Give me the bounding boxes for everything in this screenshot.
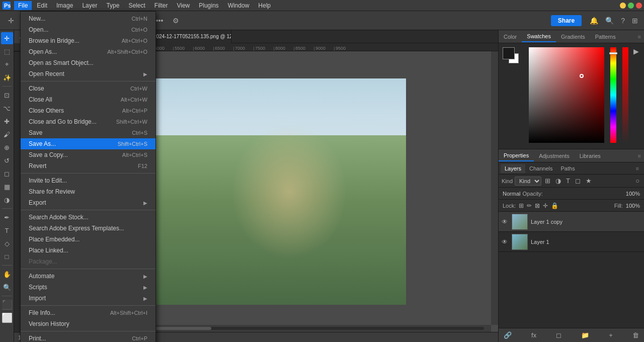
tab-libraries[interactable]: Libraries bbox=[575, 151, 606, 161]
fg-bg-colors[interactable] bbox=[503, 47, 521, 65]
menu-item-edit[interactable]: Edit bbox=[33, 1, 51, 10]
tab-layers[interactable]: Layers bbox=[501, 164, 525, 173]
menu-file-info[interactable]: File Info... Alt+Shift+Ctrl+I bbox=[21, 307, 155, 318]
tab-adjustments[interactable]: Adjustments bbox=[534, 151, 575, 161]
layer-eye-base[interactable]: 👁 bbox=[502, 238, 509, 245]
link-layers-btn[interactable]: 🔗 bbox=[502, 330, 514, 340]
menu-item-file[interactable]: File bbox=[14, 1, 32, 10]
color-field-cursor[interactable] bbox=[580, 74, 584, 78]
help-icon[interactable]: ? bbox=[619, 16, 627, 26]
menu-close-all[interactable]: Close All Alt+Ctrl+W bbox=[21, 94, 155, 105]
menu-close-others[interactable]: Close Others Alt+Ctrl+P bbox=[21, 105, 155, 116]
menu-save-as[interactable]: Save As... Shift+Ctrl+S bbox=[21, 138, 155, 149]
tab-color[interactable]: Color bbox=[499, 32, 522, 42]
menu-browse-bridge[interactable]: Browse in Bridge... Alt+Ctrl+O bbox=[21, 35, 155, 46]
hue-slider[interactable] bbox=[610, 47, 616, 143]
healing-tool[interactable]: ✚ bbox=[1, 115, 13, 127]
kind-select[interactable]: Kind bbox=[515, 177, 541, 186]
foreground-color-swatch[interactable] bbox=[503, 47, 515, 59]
layer-style-btn[interactable]: fx bbox=[529, 330, 538, 340]
tab-patterns[interactable]: Patterns bbox=[590, 32, 621, 42]
menu-automate[interactable]: Automate ▶ bbox=[21, 271, 155, 282]
pen-tool[interactable]: ✒ bbox=[1, 211, 13, 223]
crop-tool[interactable]: ⊡ bbox=[1, 89, 13, 101]
smart-filter-icon[interactable]: ★ bbox=[584, 176, 593, 186]
menu-save-copy[interactable]: Save a Copy... Alt+Ctrl+S bbox=[21, 149, 155, 160]
panel-options-icon[interactable]: ≡ bbox=[635, 32, 644, 42]
settings-btn[interactable]: ⚙ bbox=[169, 14, 183, 28]
menu-version-history[interactable]: Version History bbox=[21, 318, 155, 329]
layer-item-copy[interactable]: 👁 Layer 1 copy bbox=[499, 212, 644, 232]
layer-item-base[interactable]: 👁 Layer 1 bbox=[499, 232, 644, 252]
menu-place-linked[interactable]: Place Linked... bbox=[21, 245, 155, 256]
close-btn[interactable] bbox=[636, 3, 642, 9]
share-button[interactable]: Share bbox=[551, 15, 582, 26]
brush-tool[interactable]: 🖌 bbox=[1, 128, 13, 140]
menu-item-type[interactable]: Type bbox=[102, 1, 123, 10]
move-tool-btn[interactable]: ✛ bbox=[4, 14, 18, 28]
lock-position-icon[interactable]: ⊞ bbox=[519, 202, 524, 209]
tab-swatches[interactable]: Swatches bbox=[522, 31, 556, 42]
menu-invite-edit[interactable]: Invite to Edit... bbox=[21, 175, 155, 186]
selection-tool[interactable]: ⬚ bbox=[1, 45, 13, 57]
gradient-tool[interactable]: ▦ bbox=[1, 181, 13, 193]
delete-layer-btn[interactable]: 🗑 bbox=[630, 330, 641, 340]
text-tool[interactable]: T bbox=[1, 224, 13, 236]
menu-import[interactable]: Import ▶ bbox=[21, 293, 155, 304]
path-tool[interactable]: ◇ bbox=[1, 237, 13, 249]
maximize-btn[interactable] bbox=[628, 3, 634, 9]
notification-icon[interactable]: 🔔 bbox=[588, 16, 600, 26]
menu-export[interactable]: Export ▶ bbox=[21, 197, 155, 208]
history-brush[interactable]: ↺ bbox=[1, 154, 13, 166]
menu-place-embedded[interactable]: Place Embedded... bbox=[21, 234, 155, 245]
lock-artboards-icon[interactable]: ⊠ bbox=[535, 202, 540, 209]
menu-new[interactable]: New... Ctrl+N bbox=[21, 13, 155, 24]
filter-toggle-icon[interactable]: ○ bbox=[634, 176, 641, 186]
alpha-slider[interactable] bbox=[622, 47, 628, 143]
menu-open[interactable]: Open... Ctrl+O bbox=[21, 24, 155, 35]
workspace-icon[interactable]: ⊞ bbox=[630, 16, 640, 26]
menu-revert[interactable]: Revert F12 bbox=[21, 160, 155, 172]
menu-item-help[interactable]: Help bbox=[254, 1, 275, 10]
menu-package[interactable]: Package... bbox=[21, 256, 155, 267]
color-field[interactable] bbox=[529, 47, 604, 143]
type-filter-icon[interactable]: T bbox=[565, 176, 572, 186]
minimize-btn[interactable] bbox=[620, 3, 626, 9]
color-expand-icon[interactable]: ▶ bbox=[633, 47, 639, 55]
menu-item-layer[interactable]: Layer bbox=[78, 1, 101, 10]
new-layer-btn[interactable]: + bbox=[607, 330, 615, 340]
layer-mask-btn[interactable]: ◻ bbox=[554, 330, 564, 340]
menu-item-image[interactable]: Image bbox=[52, 1, 77, 10]
menu-item-filter[interactable]: Filter bbox=[150, 1, 172, 10]
clone-tool[interactable]: ⊕ bbox=[1, 141, 13, 153]
zoom-tool[interactable]: 🔍 bbox=[1, 281, 13, 293]
menu-save[interactable]: Save Ctrl+S bbox=[21, 127, 155, 138]
layer-eye-copy[interactable]: 👁 bbox=[502, 218, 509, 225]
menu-close[interactable]: Close Ctrl+W bbox=[21, 83, 155, 94]
menu-scripts[interactable]: Scripts ▶ bbox=[21, 282, 155, 293]
tab-gradients[interactable]: Gradients bbox=[556, 32, 590, 42]
menu-item-window[interactable]: Window bbox=[224, 1, 254, 10]
pixel-filter-icon[interactable]: ⊞ bbox=[543, 176, 552, 186]
menu-search-express[interactable]: Search Adobe Express Templates... bbox=[21, 223, 155, 234]
magic-wand-tool[interactable]: ✨ bbox=[1, 71, 13, 83]
hand-tool[interactable]: ✋ bbox=[1, 268, 13, 280]
v-scrollbar[interactable] bbox=[491, 51, 498, 325]
tab-channels[interactable]: Channels bbox=[525, 164, 556, 173]
menu-open-smart[interactable]: Open as Smart Object... bbox=[21, 57, 155, 68]
layers-options-icon[interactable]: ≡ bbox=[633, 163, 642, 174]
menu-open-recent[interactable]: Open Recent ▶ bbox=[21, 68, 155, 79]
tab-properties[interactable]: Properties bbox=[499, 150, 534, 161]
menu-open-as[interactable]: Open As... Alt+Shift+Ctrl+O bbox=[21, 46, 155, 57]
menu-share-review[interactable]: Share for Review bbox=[21, 186, 155, 197]
shape-filter-icon[interactable]: ◻ bbox=[574, 176, 582, 186]
eyedropper-tool[interactable]: ⌥ bbox=[1, 102, 13, 114]
shape-tool[interactable]: □ bbox=[1, 250, 13, 263]
move-tool[interactable]: ✛ bbox=[1, 32, 13, 44]
lasso-tool[interactable]: ⌖ bbox=[1, 58, 13, 70]
dodge-tool[interactable]: ◑ bbox=[1, 194, 13, 206]
menu-search-stock[interactable]: Search Adobe Stock... bbox=[21, 212, 155, 223]
lock-move-icon[interactable]: ✛ bbox=[543, 202, 548, 209]
new-layer-group-btn[interactable]: 📁 bbox=[579, 330, 591, 340]
background-color[interactable]: ⬜ bbox=[1, 312, 13, 324]
